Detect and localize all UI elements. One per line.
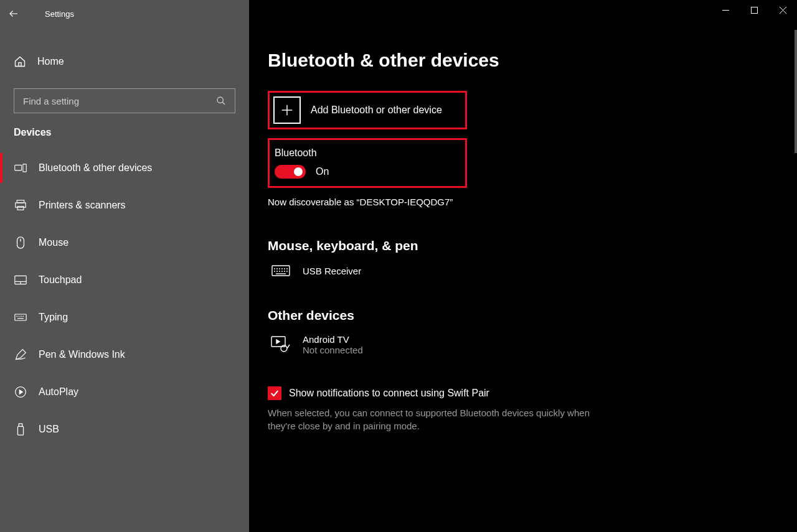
pen-icon	[14, 348, 27, 361]
content-area: Bluetooth & other devices Add Bluetooth …	[249, 27, 797, 532]
sidebar-item-label: Touchpad	[39, 274, 82, 286]
svg-rect-5	[19, 63, 21, 67]
usb-icon	[16, 423, 25, 436]
sidebar-item-label: Pen & Windows Ink	[39, 349, 125, 360]
sidebar: Home Devices Bluetooth & other devices P…	[0, 27, 249, 532]
sidebar-item-mouse[interactable]: Mouse	[0, 224, 249, 261]
scrollbar[interactable]	[795, 30, 797, 153]
swift-pair-label: Show notifications to connect using Swif…	[289, 388, 489, 399]
app-title: Settings	[45, 9, 74, 19]
sidebar-item-label: Bluetooth & other devices	[39, 162, 152, 174]
home-button[interactable]: Home	[0, 46, 249, 77]
plus-icon	[273, 96, 301, 124]
search-icon	[216, 96, 226, 106]
svg-rect-8	[15, 165, 22, 170]
touchpad-icon	[14, 275, 27, 285]
sidebar-item-label: USB	[39, 424, 59, 435]
swift-pair-description: When selected, you can connect to suppor…	[268, 406, 616, 432]
device-name: Android TV	[303, 334, 363, 345]
devices-icon	[14, 163, 27, 173]
svg-point-6	[217, 97, 223, 103]
section-other-devices: Other devices	[268, 308, 778, 323]
sidebar-item-autoplay[interactable]: AutoPlay	[0, 373, 249, 411]
sidebar-item-typing[interactable]: Typing	[0, 299, 249, 336]
section-mouse-keyboard: Mouse, keyboard, & pen	[268, 238, 778, 253]
sidebar-item-bluetooth[interactable]: Bluetooth & other devices	[0, 149, 249, 187]
svg-rect-26	[19, 424, 22, 427]
svg-rect-27	[17, 426, 23, 435]
mouse-icon	[16, 236, 26, 249]
highlight-add-device: Add Bluetooth or other device	[268, 91, 467, 129]
svg-marker-25	[19, 390, 22, 394]
arrow-left-icon	[8, 8, 19, 19]
sidebar-item-touchpad[interactable]: Touchpad	[0, 261, 249, 299]
device-usb-receiver[interactable]: USB Receiver	[268, 264, 778, 277]
maximize-icon	[751, 7, 758, 14]
printer-icon	[14, 200, 27, 211]
autoplay-icon	[14, 386, 27, 398]
device-status: Not connected	[303, 345, 363, 355]
svg-rect-10	[17, 200, 24, 203]
svg-line-7	[222, 102, 225, 105]
keyboard-icon	[271, 264, 290, 277]
svg-rect-2	[751, 7, 757, 13]
sidebar-item-pen[interactable]: Pen & Windows Ink	[0, 336, 249, 373]
page-title: Bluetooth & other devices	[268, 50, 778, 71]
back-button[interactable]	[0, 0, 27, 27]
device-name: USB Receiver	[303, 266, 361, 276]
add-device-button[interactable]: Add Bluetooth or other device	[273, 96, 461, 124]
check-icon	[270, 388, 280, 398]
search-input[interactable]	[23, 96, 216, 106]
sidebar-item-label: Mouse	[39, 237, 68, 248]
sidebar-section-header: Devices	[0, 127, 249, 149]
sidebar-item-label: Printers & scanners	[39, 200, 126, 211]
svg-rect-9	[23, 164, 26, 172]
search-input-container[interactable]	[14, 88, 235, 113]
maximize-button[interactable]	[740, 0, 768, 20]
svg-rect-18	[15, 314, 26, 320]
minimize-button[interactable]	[711, 0, 740, 20]
svg-rect-12	[17, 207, 24, 210]
close-icon	[780, 7, 786, 14]
highlight-bluetooth-toggle: Bluetooth On	[268, 138, 467, 188]
bluetooth-toggle[interactable]	[275, 165, 306, 179]
svg-line-46	[287, 345, 290, 348]
bluetooth-toggle-state: On	[316, 166, 329, 177]
device-android-tv[interactable]: Android TV Not connected	[268, 334, 778, 355]
bluetooth-label: Bluetooth	[275, 147, 455, 159]
sidebar-item-usb[interactable]: USB	[0, 411, 249, 448]
add-device-label: Add Bluetooth or other device	[311, 105, 442, 116]
swift-pair-checkbox[interactable]	[268, 386, 281, 400]
svg-marker-45	[276, 340, 280, 343]
sidebar-item-printers[interactable]: Printers & scanners	[0, 187, 249, 224]
keyboard-icon	[14, 313, 27, 322]
minimize-icon	[722, 7, 729, 14]
sidebar-item-label: AutoPlay	[39, 386, 78, 398]
media-device-icon	[271, 336, 291, 353]
sidebar-item-label: Typing	[39, 312, 68, 323]
svg-rect-13	[17, 237, 24, 248]
close-button[interactable]	[768, 0, 797, 20]
discoverable-text: Now discoverable as “DESKTOP-IEQQDG7”	[268, 197, 778, 207]
home-icon	[14, 55, 26, 68]
home-label: Home	[37, 56, 64, 67]
